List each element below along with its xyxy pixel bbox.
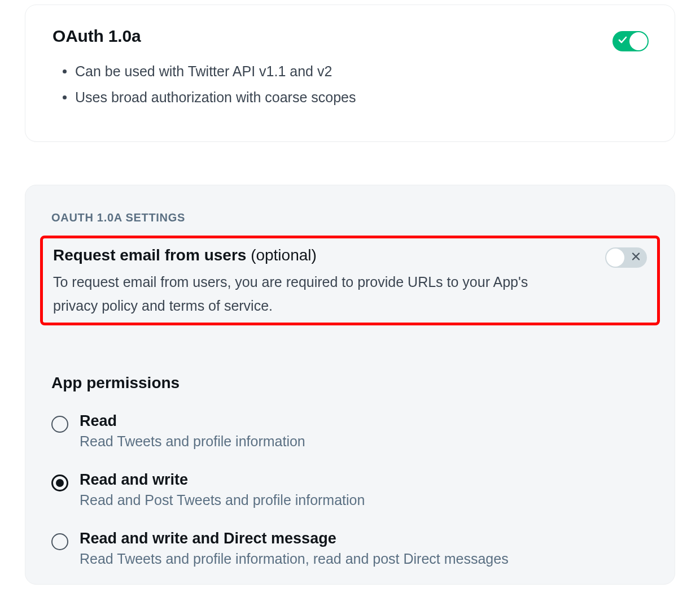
permission-label: Read and write: [80, 471, 365, 489]
request-email-description: To request email from users, you are req…: [53, 270, 572, 318]
radio-icon: [51, 475, 68, 491]
app-permissions-heading: App permissions: [51, 374, 649, 392]
oauth-bullet: Can be used with Twitter API v1.1 and v2: [75, 58, 648, 84]
permission-description: Read Tweets and profile information, rea…: [80, 551, 509, 567]
check-icon: [618, 36, 627, 47]
permission-description: Read and Post Tweets and profile informa…: [80, 492, 365, 508]
oauth-toggle[interactable]: [613, 31, 649, 51]
request-email-highlight: Request email from users (optional) To r…: [40, 236, 660, 325]
toggle-knob: [629, 32, 648, 50]
permission-label: Read: [80, 412, 305, 430]
oauth-title: OAuth 1.0a: [53, 27, 648, 46]
permission-label: Read and write and Direct message: [80, 530, 509, 547]
oauth-settings-card: OAUTH 1.0A SETTINGS Request email from u…: [25, 185, 675, 585]
toggle-knob: [606, 249, 624, 267]
permission-description: Read Tweets and profile information: [80, 433, 305, 450]
settings-section-label: OAUTH 1.0A SETTINGS: [51, 211, 649, 224]
x-icon: [632, 252, 640, 263]
oauth-card: OAuth 1.0a Can be used with Twitter API …: [25, 5, 675, 142]
oauth-bullet-list: Can be used with Twitter API v1.1 and v2…: [53, 58, 648, 111]
permission-option-read-write[interactable]: Read and write Read and Post Tweets and …: [51, 471, 649, 508]
radio-icon: [51, 533, 68, 550]
request-email-title: Request email from users (optional): [53, 246, 572, 264]
radio-icon: [51, 416, 68, 433]
permission-option-read[interactable]: Read Read Tweets and profile information: [51, 412, 649, 450]
permission-option-read-write-dm[interactable]: Read and write and Direct message Read T…: [51, 530, 649, 567]
oauth-bullet: Uses broad authorization with coarse sco…: [75, 84, 648, 110]
request-email-toggle[interactable]: [605, 247, 647, 268]
permissions-radio-group: Read Read Tweets and profile information…: [51, 412, 649, 567]
